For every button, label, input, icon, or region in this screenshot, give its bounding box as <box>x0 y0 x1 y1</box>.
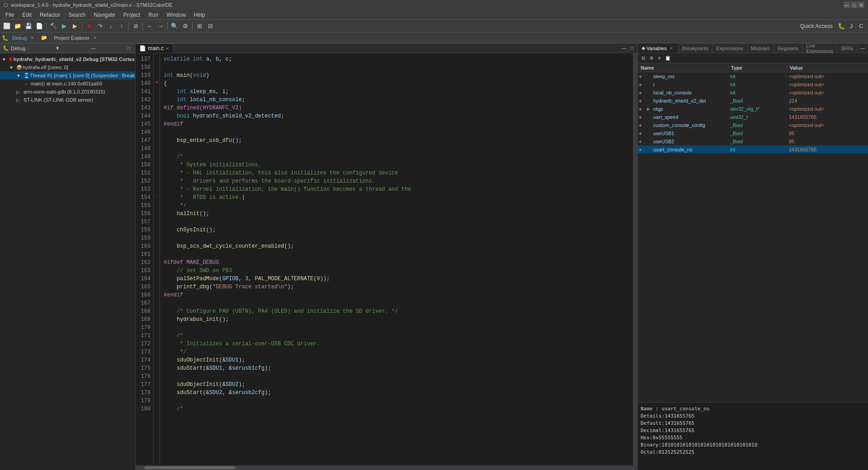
var-row-local-nb[interactable]: ◈ local_nb_console int <optimized out> <box>638 89 868 97</box>
new-button[interactable]: ⬜ <box>2 21 12 31</box>
debug-panel-menu[interactable]: ▼ <box>54 45 61 52</box>
h-scrollbar[interactable] <box>136 465 637 470</box>
maximize-button[interactable]: □ <box>851 2 857 8</box>
editor-tabs: 📄 main.c ✕ — □ <box>136 43 637 53</box>
toolbar-right: Quick Access 🐛 J C <box>800 21 866 31</box>
var-name-usart-console: ◈ usart_console_no <box>638 147 728 152</box>
vars-settings[interactable]: ⚙ <box>648 55 655 62</box>
tree-item-stlink[interactable]: ▷ ST-LINK (ST-LINK GDB server) <box>0 96 135 104</box>
live-expressions-tab-label: Live Expressions <box>806 43 833 54</box>
menu-navigate[interactable]: Navigate <box>90 11 118 19</box>
perspective-debug-button[interactable]: 🐛 <box>836 21 846 31</box>
debug-panel-title: Debug <box>11 46 25 51</box>
stop-button[interactable]: ■ <box>84 21 94 31</box>
perspective-button[interactable]: ⊞ <box>194 21 204 31</box>
line-numbers: 137138139140141 142143144145146 14714814… <box>136 53 154 465</box>
var-table-header: Name Type Value <box>638 63 868 72</box>
open-button[interactable]: 📁 <box>13 21 23 31</box>
var-detail-panel: Name : usart_console_no Details:14316557… <box>638 402 868 470</box>
minimize-button[interactable]: — <box>844 2 850 8</box>
tree-item-thread[interactable]: ▼ 🧵 Thread #1 [main] 1 [core:0] (Suspend… <box>0 71 135 80</box>
title-bar: ⬡ workspace_1.4.0 - hydrafw_hydranfc_shi… <box>0 0 868 10</box>
v-scrollbar[interactable] <box>633 53 637 465</box>
tree-item-elf[interactable]: ▼ 📦 hydrafw.elf [cores: 0] <box>0 63 135 71</box>
tree-item-root[interactable]: ▼ hydrafw_hydranfc_shield_v2 Debug [STM3… <box>0 55 135 63</box>
prev-edit-button[interactable]: ← <box>145 21 155 31</box>
next-edit-button[interactable]: → <box>156 21 165 31</box>
debug-tab-close[interactable]: ✕ <box>30 35 34 40</box>
editor-min-btn[interactable]: — <box>620 45 627 52</box>
var-row-sleep-ms[interactable]: ◈ sleep_ms int <optimized out> <box>638 72 868 80</box>
settings-button[interactable]: ⚙ <box>180 21 190 31</box>
vars-collapse-all[interactable]: ⊟ <box>640 55 647 62</box>
var-name-sleep-ms: ◈ sleep_ms <box>638 74 728 79</box>
code-content[interactable]: volatile int a, b, c; int main(void) { i… <box>160 53 633 465</box>
var-row-i[interactable]: ◈ i int <optimized out> <box>638 80 868 89</box>
tab-variables[interactable]: ◈ Variables ✕ <box>638 43 679 53</box>
menu-search[interactable]: Search <box>65 11 89 19</box>
debug-panel-icon: 🐛 <box>3 45 9 51</box>
toolbar-sep-6 <box>192 22 193 30</box>
h-scroll-thumb[interactable] <box>145 466 235 469</box>
menu-window[interactable]: Window <box>163 11 189 19</box>
debug-panel-max[interactable]: □ <box>125 45 132 52</box>
tab-live-expressions[interactable]: Live Expressions <box>802 43 837 53</box>
var-icon-1: ◈ <box>639 74 646 79</box>
editor-tab-close[interactable]: ✕ <box>165 46 169 51</box>
skip-breakpoints-button[interactable]: ⊘ <box>131 21 141 31</box>
menu-run[interactable]: Run <box>145 11 162 19</box>
tree-stlink-label: ST-LINK (ST-LINK GDB server) <box>24 97 93 103</box>
editor-tab-main-c[interactable]: 📄 main.c ✕ <box>136 43 173 53</box>
project-explorer-close[interactable]: ✕ <box>93 35 97 40</box>
menu-edit[interactable]: Edit <box>19 11 35 19</box>
close-button[interactable]: ✕ <box>858 2 864 8</box>
tree-item-gdb[interactable]: ▷ arm-none-eabi-gdb (8.1.0.20180315) <box>0 88 135 96</box>
vars-panel-min[interactable]: — <box>859 45 867 52</box>
tab-breakpoints[interactable]: Breakpoints <box>679 43 712 53</box>
menu-project[interactable]: Project <box>120 11 144 19</box>
var-row-useUSB1[interactable]: ◈ useUSB1 _Bool 85 <box>638 129 868 137</box>
step-into-button[interactable]: ↓ <box>106 21 116 31</box>
editor-tab-label: main.c <box>148 45 164 52</box>
tree-gdb-icon: ▷ <box>16 89 24 94</box>
tab-sfrs[interactable]: SFRs <box>837 43 858 53</box>
var-name-useUSB1: ◈ useUSB1 <box>638 131 728 136</box>
vars-select-all[interactable]: ≡ <box>656 55 663 62</box>
var-row-useUSB2[interactable]: ◈ useUSB2 _Bool 85 <box>638 137 868 146</box>
build-button[interactable]: 🔨 <box>48 21 58 31</box>
debug-tab[interactable]: Debug <box>9 35 29 41</box>
debug-run-button[interactable]: ▶ <box>70 21 80 31</box>
main-layout: 🐛 Debug ▼ — □ ▼ hydrafw_hydranfc_shield_… <box>0 43 868 470</box>
variables-tab-close[interactable]: ✕ <box>668 45 675 52</box>
step-over-button[interactable]: ↷ <box>95 21 105 31</box>
project-explorer-tab-btn[interactable]: 📂 <box>38 34 50 41</box>
var-row-otgp[interactable]: ◈ ▶ otgp stm32_otg_t* <optimized out> <box>638 105 868 113</box>
var-icon-6: ◈ <box>639 115 646 119</box>
save-all-button[interactable]: 📄 <box>34 21 44 31</box>
save-button[interactable]: 💾 <box>24 21 33 31</box>
app-icon: ⬡ <box>4 2 8 8</box>
var-row-hydranfc[interactable]: ◈ hydranfc_shield_v2_det _Bool 224 <box>638 97 868 105</box>
editor-max-btn[interactable]: □ <box>628 45 636 52</box>
step-out-button[interactable]: ↑ <box>117 21 127 31</box>
search-toolbar-button[interactable]: 🔍 <box>170 21 179 31</box>
menu-file[interactable]: File <box>2 11 18 19</box>
tree-frame-icon: → <box>24 81 31 86</box>
var-row-uart-speed[interactable]: ◈ uart_speed uint32_t 1431655765 <box>638 113 868 121</box>
menu-help[interactable]: Help <box>190 11 209 19</box>
tab-registers[interactable]: Registers <box>774 43 802 53</box>
menu-refactor[interactable]: Refactor <box>36 11 64 19</box>
tree-item-frame[interactable]: → main() at main.c:140 0x801aa50 <box>0 80 135 88</box>
perspective-c-button[interactable]: C <box>856 21 866 31</box>
project-explorer-label[interactable]: Project Explorer <box>51 35 92 41</box>
perspective-java-button[interactable]: J <box>846 21 856 31</box>
tab-modules[interactable]: Modules <box>747 43 774 53</box>
toolbar-sep-3 <box>128 22 129 30</box>
run-button[interactable]: ▶ <box>59 21 69 31</box>
var-row-custom-console[interactable]: ◈ custom_console_config _Bool <optimized… <box>638 121 868 129</box>
vars-copy[interactable]: 📋 <box>664 55 671 62</box>
open-perspective-button[interactable]: ⊟ <box>205 21 215 31</box>
tab-expressions[interactable]: Expressions <box>712 43 747 53</box>
var-row-usart-console[interactable]: ◈ usart_console_no int 1431655765 <box>638 146 868 154</box>
debug-panel-min[interactable]: — <box>90 45 97 52</box>
